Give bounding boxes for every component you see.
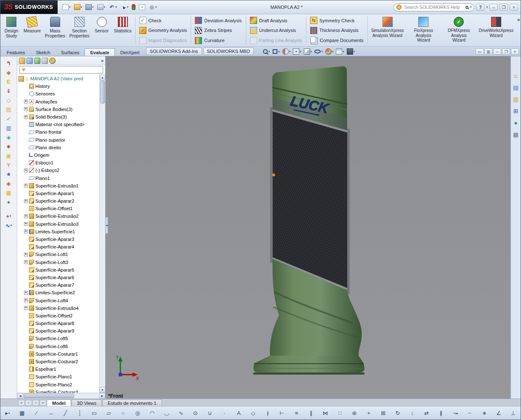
tree-root-item[interactable]: ⚠ MANOPLA A2 (Valor pred [17, 75, 99, 82]
edit-appearance-icon[interactable]: ▾ [324, 48, 335, 55]
statistics-button[interactable]: Statistics [112, 15, 134, 46]
scale-tool-icon[interactable]: ↕ ▾ [407, 409, 417, 418]
dropdown-caret-icon[interactable]: ▾ [300, 50, 301, 53]
tree-item[interactable]: + Origem [17, 151, 99, 159]
tree-item[interactable]: + (-) Esboço2 [17, 166, 99, 174]
text-tool-icon[interactable]: A ▾ [234, 409, 243, 418]
expand-toggle[interactable]: + [24, 115, 28, 119]
select-cursor-icon[interactable]: ▲ ▾ [119, 3, 130, 11]
import-diagnostics-button[interactable]: Import Diagnostics [138, 36, 189, 45]
tree-item[interactable]: + Superfície-Extrusão4 [17, 304, 99, 312]
sensor-button[interactable]: Sensor [92, 15, 112, 46]
dfmxpress-wizard-button[interactable]: DFMXpress Analysis Wizard [441, 15, 476, 46]
open-folder-icon[interactable]: ▾ [73, 3, 84, 11]
rotate-tool-icon[interactable]: ↻ ▾ [393, 409, 402, 418]
tree-item[interactable]: + Superfície-Loft6 [17, 343, 99, 350]
dropdown-caret-icon[interactable]: ▾ [81, 5, 82, 9]
tree-item[interactable]: + Espelhar1 [17, 365, 99, 373]
appearances-scenes-icon[interactable]: ● [512, 119, 520, 127]
dropdown-caret-icon[interactable]: ▾ [311, 50, 312, 53]
split-tool-icon[interactable]: ∦ ▾ [436, 409, 446, 418]
left-tool-3-icon[interactable]: E ▾ [3, 77, 15, 86]
symmetry-check-button[interactable]: Symmetry Check [308, 16, 365, 25]
design-study-button[interactable]: Design Study [1, 15, 21, 46]
tree-item[interactable]: + Surface Bodies(3) [17, 106, 99, 113]
expand-toggle[interactable]: + [24, 253, 28, 256]
draft-analysis-button[interactable]: Draft Analysis [248, 16, 304, 25]
undo-icon[interactable]: ↶ ▾ [107, 3, 118, 11]
scrollbar-thumb[interactable] [100, 81, 105, 103]
prev-tab-nav-icon[interactable]: ‹ [25, 400, 32, 406]
geometry-analysis-button[interactable]: Geometry Analysis [138, 26, 189, 35]
dropdown-caret-icon[interactable]: ▾ [11, 224, 12, 227]
tree-vertical-scrollbar[interactable]: ▲ ▼ [99, 74, 105, 393]
save-icon[interactable]: ▾ [84, 3, 95, 11]
tree-item[interactable]: + Superfície-Costurar3 [17, 388, 99, 393]
tree-item[interactable]: + Superfície-Plano1 [17, 373, 99, 380]
left-tool-6-icon[interactable]: ▤ ▾ [3, 105, 15, 114]
tab-solidworks-add-ins[interactable]: SOLIDWORKS Add-Ins [146, 48, 202, 55]
restore-button[interactable]: ❐ [500, 4, 508, 11]
convert-entities-tool-icon[interactable]: ≡ ▾ [292, 409, 301, 418]
select-tool-icon[interactable]: ▸ ▾ [3, 409, 12, 418]
point-tool-icon[interactable]: · ▾ [220, 409, 229, 418]
tab-dimxpert[interactable]: DimXpert [115, 48, 145, 56]
scroll-left-arrow-icon[interactable]: ◀ [17, 393, 23, 399]
simulationxpress-wizard-button[interactable]: SimulationXpress Analysis Wizard [369, 15, 406, 46]
trim-tool-icon[interactable]: ∤ ▾ [263, 409, 272, 418]
parallelogram-tool-icon[interactable]: ▱ ▾ [104, 409, 113, 418]
tree-item[interactable]: + Material <not specified> [17, 121, 99, 128]
view-orientation-icon[interactable]: ▾ [292, 48, 302, 55]
file-explorer-icon[interactable]: ▥ [512, 95, 520, 103]
displaymanager-tab-icon[interactable] [49, 58, 56, 64]
copy-tool-icon[interactable]: ⊞ ▾ [379, 409, 388, 418]
left-tool-16-icon[interactable]: ● ▾ [3, 198, 15, 206]
dropdown-caret-icon[interactable]: ▾ [321, 50, 323, 53]
tree-item[interactable]: + Sensores [17, 90, 99, 98]
zebra-stripes-button[interactable]: Zebra Stripes [193, 26, 243, 35]
tree-item[interactable]: + Superfície-Loft4 [17, 296, 99, 304]
file-properties-icon[interactable]: ≡ ▾ [138, 3, 146, 11]
expand-toggle[interactable]: + [24, 169, 28, 172]
tree-item[interactable]: + Superfície-Costurar2 [17, 358, 99, 365]
left-tool-8-icon[interactable]: ▥ ▾ [3, 124, 15, 132]
help-search-box[interactable]: ▾ [393, 3, 474, 11]
design-library-icon[interactable]: ▤ [512, 83, 520, 92]
expand-toggle[interactable]: + [24, 260, 28, 264]
tree-item[interactable]: + Esboço1 [17, 159, 99, 166]
tree-horizontal-scrollbar[interactable]: ◀ ▶ [17, 393, 105, 399]
left-tool-14-icon[interactable]: ◆ ▾ [3, 179, 15, 188]
snap-tool-icon[interactable]: ∗ ▾ [480, 409, 489, 418]
tree-item[interactable]: + Superfície-Costurar1 [17, 350, 99, 358]
dimxpertmanager-tab-icon[interactable] [42, 58, 48, 64]
view-palette-icon[interactable]: ⊞ [512, 107, 520, 115]
tree-item[interactable]: + Superfície-Plano2 [17, 381, 99, 388]
close-document-icon[interactable]: × [511, 48, 519, 55]
search-scope-caret-icon[interactable]: ▾ [470, 5, 472, 9]
compare-documents-button[interactable]: Compare Documents [308, 36, 365, 45]
tree-item[interactable]: + Superfície-Aparar2 [17, 197, 99, 205]
minimize-button[interactable]: – [489, 4, 498, 11]
graphics-viewport[interactable]: LUCK [106, 56, 510, 399]
dropdown-caret-icon[interactable]: ▾ [155, 5, 157, 9]
highlighted-vertex[interactable] [272, 174, 275, 177]
tree-overflow-chevron[interactable]: » [101, 58, 104, 63]
left-tool-9-icon[interactable]: ◈ ▾ [3, 133, 15, 141]
line-tool-icon[interactable]: ╱ ▾ [61, 409, 70, 418]
construction-geometry-tool-icon[interactable]: ╌ ▾ [465, 409, 475, 418]
tree-item[interactable]: + Superfície-Aparar6 [17, 274, 99, 281]
print-icon[interactable]: ▾ [96, 3, 107, 11]
tree-filter-box[interactable] [19, 66, 103, 74]
dropdown-caret-icon[interactable]: ▾ [92, 5, 94, 9]
tree-item[interactable]: + Superfície-Aparar3 [17, 235, 99, 243]
motion-study-tab[interactable]: Estudo de movimento 1 [102, 399, 162, 406]
expand-toggle[interactable]: + [24, 184, 28, 188]
normal-tool-icon[interactable]: ⊥ ▾ [508, 409, 518, 418]
tree-item[interactable]: + Anotações [17, 98, 99, 106]
left-tool-13-icon[interactable]: ★ ▾ [3, 170, 15, 178]
curvature-button[interactable]: Curvature [193, 36, 243, 45]
circle-tool-icon[interactable]: ○ ▾ [119, 409, 128, 418]
section-view-icon[interactable]: ▾ [282, 48, 292, 55]
left-tool-4-icon[interactable]: ⇓ ▾ [3, 87, 15, 95]
plane-tool-icon[interactable]: ◇ ▾ [249, 409, 258, 418]
